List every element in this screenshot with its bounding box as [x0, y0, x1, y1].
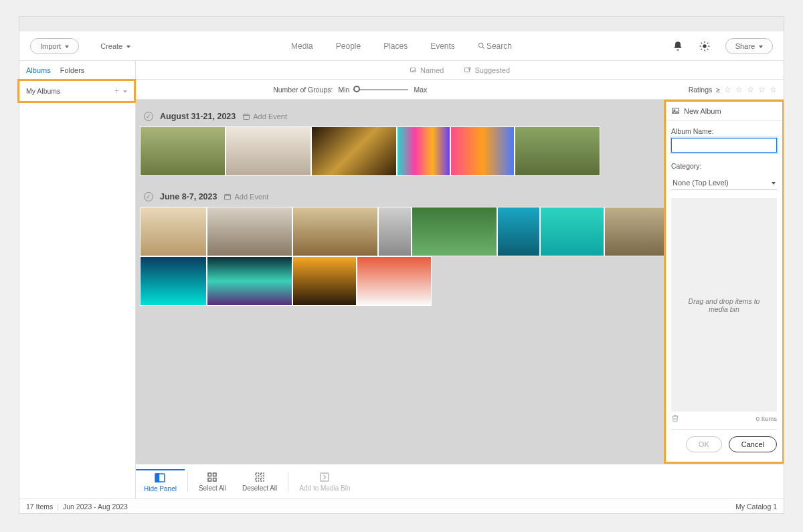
- plus-icon[interactable]: +: [114, 86, 119, 96]
- sidebar-tabs: Albums Folders: [19, 61, 135, 80]
- bell-icon[interactable]: [672, 40, 684, 52]
- thumbnail[interactable]: [540, 207, 604, 256]
- check-circle-icon[interactable]: ✓: [144, 192, 153, 201]
- content-row: Albums Folders My Albums + Named Suggest…: [19, 61, 784, 499]
- star-icon[interactable]: ☆: [747, 85, 754, 94]
- album-name-input[interactable]: [671, 138, 777, 153]
- chevron-down-icon: [757, 42, 763, 50]
- titlebar: [19, 17, 784, 31]
- star-icon[interactable]: ☆: [735, 85, 743, 94]
- status-bar: 17 Items | Jun 2023 - Aug 2023 My Catalo…: [19, 499, 784, 513]
- slider-thumb[interactable]: [353, 86, 360, 92]
- svg-line-9: [701, 49, 701, 50]
- nav-people[interactable]: People: [336, 41, 361, 51]
- thumbnail[interactable]: [140, 126, 226, 176]
- select-all-button[interactable]: Select All: [191, 471, 234, 492]
- nav-search[interactable]: Search: [478, 41, 512, 51]
- add-event-button[interactable]: Add Event: [224, 193, 268, 201]
- named-filter[interactable]: Named: [410, 66, 444, 74]
- sub-toolbar: Named Suggested: [136, 61, 784, 80]
- svg-rect-25: [156, 474, 159, 482]
- hide-panel-button[interactable]: Hide Panel: [136, 469, 185, 493]
- thumbnail[interactable]: [311, 126, 397, 176]
- star-icon[interactable]: ☆: [770, 85, 777, 94]
- svg-rect-34: [321, 473, 329, 481]
- chevron-down-icon[interactable]: [122, 87, 127, 95]
- tab-folders[interactable]: Folders: [60, 66, 85, 74]
- my-albums-label: My Albums: [26, 87, 60, 95]
- suggested-filter[interactable]: Suggested: [464, 66, 510, 74]
- album-name-label: Album Name:: [671, 127, 777, 135]
- media-area[interactable]: ✓ August 31-21, 2023 Add Event ✓ June 8-…: [136, 100, 784, 464]
- thumbnail[interactable]: [207, 256, 292, 306]
- min-label: Min: [338, 86, 349, 94]
- svg-rect-31: [261, 473, 264, 476]
- svg-rect-27: [213, 473, 217, 476]
- trash-icon[interactable]: [671, 414, 679, 422]
- thumbnail[interactable]: [292, 256, 357, 306]
- thumbnail[interactable]: [497, 207, 540, 256]
- bottom-bar: Hide Panel Select All Deselect All Add t…: [136, 464, 784, 499]
- add-to-media-bin-button[interactable]: Add to Media Bin: [291, 471, 358, 492]
- main-toolbar: Import Create Media People Places Events…: [19, 31, 784, 61]
- svg-point-0: [478, 43, 482, 47]
- main-pane: Named Suggested Number of Groups: Min Ma…: [136, 61, 784, 499]
- my-albums-highlight: My Albums +: [17, 79, 136, 103]
- panel-body: Album Name: Category: None (Top Level) D…: [666, 120, 782, 462]
- ratings-op[interactable]: ≥: [716, 86, 720, 94]
- svg-rect-28: [208, 478, 211, 482]
- svg-rect-30: [256, 473, 259, 476]
- add-event-button[interactable]: Add Event: [242, 112, 287, 120]
- import-button[interactable]: Import: [30, 38, 79, 54]
- groups-slider[interactable]: [355, 89, 408, 90]
- create-button[interactable]: Create: [100, 42, 130, 50]
- svg-rect-32: [256, 478, 259, 482]
- svg-rect-14: [244, 114, 250, 120]
- app-window: Import Create Media People Places Events…: [19, 16, 784, 514]
- nav-events[interactable]: Events: [430, 41, 455, 51]
- status-items: 17 Items: [26, 503, 53, 511]
- nav-tabs: Media People Places Events Search: [291, 41, 512, 51]
- my-albums-header[interactable]: My Albums +: [19, 81, 134, 101]
- star-icon[interactable]: ☆: [758, 85, 766, 94]
- thumbnail[interactable]: [450, 126, 515, 176]
- thumbnail[interactable]: [378, 207, 412, 256]
- deselect-all-button[interactable]: Deselect All: [234, 471, 285, 492]
- svg-rect-18: [225, 195, 231, 200]
- thumbnail[interactable]: [604, 207, 668, 256]
- nav-places[interactable]: Places: [383, 41, 408, 51]
- svg-rect-29: [213, 478, 217, 482]
- thumbnail[interactable]: [207, 207, 292, 256]
- thumbnail-strip: [140, 207, 675, 306]
- status-catalog: My Catalog 1: [735, 503, 777, 511]
- tab-albums[interactable]: Albums: [26, 66, 51, 74]
- ok-button[interactable]: OK: [686, 436, 722, 452]
- svg-line-10: [707, 42, 708, 43]
- svg-line-1: [482, 46, 484, 48]
- thumbnail[interactable]: [397, 126, 450, 176]
- thumbnail[interactable]: [226, 126, 311, 176]
- filter-row: Number of Groups: Min Max Ratings ≥ ☆ ☆ …: [136, 80, 784, 100]
- star-icon[interactable]: ☆: [724, 85, 731, 94]
- thumbnail[interactable]: [357, 256, 432, 306]
- groups-control: Number of Groups: Min Max: [273, 86, 427, 94]
- cancel-button[interactable]: Cancel: [729, 436, 777, 452]
- thumbnail[interactable]: [140, 256, 207, 306]
- groups-label: Number of Groups:: [273, 86, 333, 94]
- thumbnail[interactable]: [140, 207, 207, 256]
- thumbnail[interactable]: [412, 207, 497, 256]
- ratings-control: Ratings ≥ ☆ ☆ ☆ ☆ ☆: [689, 85, 777, 94]
- panel-footer-info: 0 Items: [671, 412, 777, 429]
- category-label: Category:: [671, 162, 777, 170]
- media-bin-dropzone[interactable]: Drag and drop items to media bin: [671, 198, 777, 412]
- check-circle-icon[interactable]: ✓: [144, 112, 153, 121]
- image-icon: [671, 106, 680, 115]
- group-date: June 8-7, 2023: [160, 192, 217, 201]
- thumbnail[interactable]: [292, 207, 378, 256]
- chevron-down-icon: [770, 179, 776, 187]
- brightness-icon[interactable]: [699, 40, 711, 52]
- category-select[interactable]: None (Top Level): [671, 175, 777, 190]
- thumbnail[interactable]: [515, 126, 600, 176]
- share-button[interactable]: Share: [725, 38, 773, 54]
- nav-media[interactable]: Media: [291, 41, 313, 51]
